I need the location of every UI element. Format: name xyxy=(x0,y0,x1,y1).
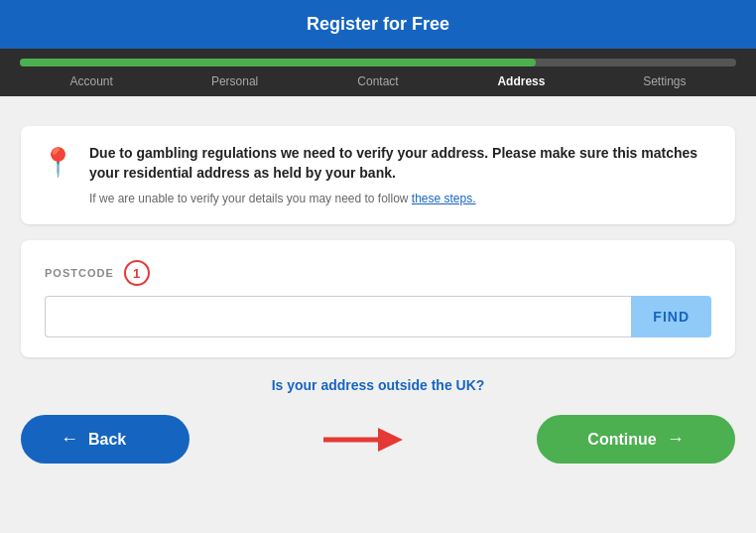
main-content: 📍 Due to gambling regulations we need to… xyxy=(0,96,756,493)
continue-button[interactable]: Continue → xyxy=(537,415,735,464)
these-steps-link[interactable]: these steps. xyxy=(412,192,476,205)
progress-bar-track xyxy=(20,59,736,67)
page-title: Register for Free xyxy=(307,14,449,34)
page-header: Register for Free xyxy=(0,0,756,49)
footer-buttons: ← Back Continue → xyxy=(21,415,735,464)
info-message-small: If we are unable to verify your details … xyxy=(89,192,476,205)
info-card: 📍 Due to gambling regulations we need to… xyxy=(21,126,735,224)
continue-arrow-icon: → xyxy=(667,429,685,450)
step-address: Address xyxy=(449,74,592,88)
form-card: POSTCODE 1 FIND xyxy=(21,240,735,357)
back-button[interactable]: ← Back xyxy=(21,415,189,464)
progress-section: Account Personal Contact Address Setting… xyxy=(0,49,756,96)
back-label: Back xyxy=(88,431,126,449)
postcode-input[interactable] xyxy=(45,296,631,337)
postcode-label-row: POSTCODE 1 xyxy=(45,260,711,286)
svg-marker-1 xyxy=(378,428,403,452)
step-account: Account xyxy=(20,74,163,88)
step-contact: Contact xyxy=(307,74,449,88)
postcode-label: POSTCODE xyxy=(45,267,114,279)
info-text: Due to gambling regulations we need to v… xyxy=(89,144,715,206)
step-personal: Personal xyxy=(163,74,306,88)
step-settings: Settings xyxy=(593,74,736,88)
find-button[interactable]: FIND xyxy=(631,296,711,337)
step-badge: 1 xyxy=(124,260,150,286)
back-arrow-icon: ← xyxy=(61,429,78,450)
progress-bar-fill xyxy=(20,59,536,67)
outside-uk-link[interactable]: Is your address outside the UK? xyxy=(272,377,485,393)
postcode-input-row: FIND xyxy=(45,296,711,337)
location-icon: 📍 xyxy=(41,146,75,179)
progress-steps: Account Personal Contact Address Setting… xyxy=(20,74,736,88)
red-arrow-icon xyxy=(323,420,403,460)
continue-label: Continue xyxy=(587,431,656,449)
info-message-bold: Due to gambling regulations we need to v… xyxy=(89,144,715,183)
